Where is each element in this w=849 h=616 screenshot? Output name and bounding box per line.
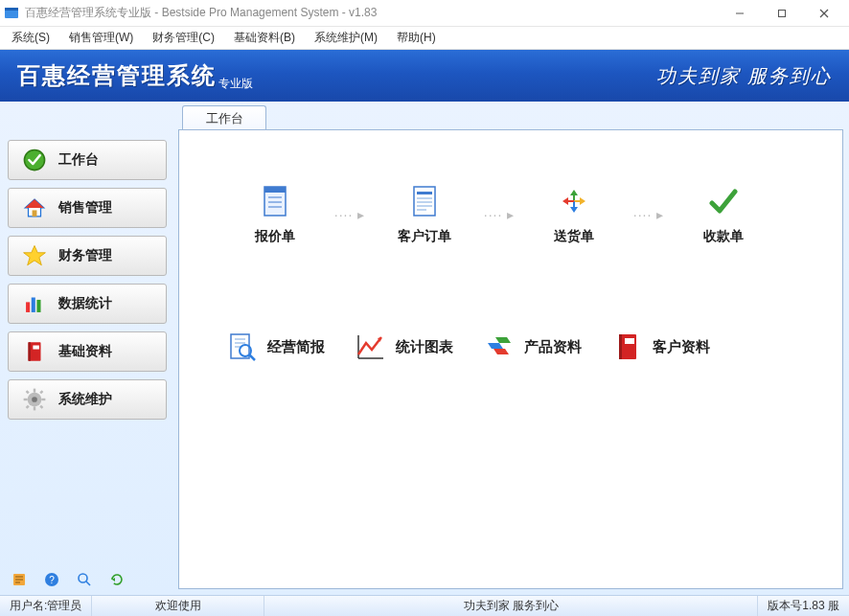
refresh-icon[interactable] [109,572,125,587]
window-titlebar: 百惠经营管理系统专业版 - Bestside Pro Management Sy… [0,0,849,27]
shortcut-label: 客户资料 [653,338,710,356]
flow-order[interactable]: 客户订单 [377,184,472,245]
svg-marker-9 [25,199,44,208]
menu-basedata[interactable]: 基础资料(B) [224,28,305,48]
status-version: 版本号1.83 服 [758,596,849,616]
flow-delivery[interactable]: 送货单 [526,184,622,245]
svg-rect-39 [414,187,435,216]
svg-rect-20 [34,389,35,393]
sidebar-item-basedata[interactable]: 基础资料 [8,331,167,372]
shortcut-products[interactable]: 产品资料 [484,331,582,362]
status-bar: 用户名:管理员 欢迎使用 功夫到家 服务到心 版本号1.83 服 [0,595,849,616]
svg-point-19 [32,397,37,402]
window-controls [719,0,845,27]
flow-quote[interactable]: 报价单 [227,184,323,245]
house-icon [22,195,47,220]
book-icon [22,339,47,364]
svg-line-50 [250,355,256,361]
shortcut-brief[interactable]: 经营简报 [227,331,325,362]
sidebar-item-finance[interactable]: 财务管理 [8,236,167,276]
sidebar-item-workbench[interactable]: 工作台 [8,140,167,180]
shortcut-label: 统计图表 [396,338,453,356]
status-welcome: 欢迎使用 [92,596,264,616]
maximize-button[interactable] [761,0,803,27]
sidebar-item-maint[interactable]: 系统维护 [8,379,167,420]
brand-subtitle: 专业版 [218,76,253,102]
svg-rect-14 [36,300,40,312]
flow-label: 报价单 [255,228,295,245]
quote-doc-icon [258,184,292,218]
menu-bar: 系统(S) 销售管理(W) 财务管理(C) 基础资料(B) 系统维护(M) 帮助… [0,27,849,50]
app-banner: 百惠经营管理系统 专业版 功夫到家 服务到心 [0,50,849,102]
shortcut-label: 产品资料 [524,338,582,356]
flow-receipt[interactable]: 收款单 [676,184,771,245]
svg-rect-24 [26,390,30,394]
svg-rect-1 [5,8,18,11]
flow-label: 收款单 [703,228,744,245]
window-title: 百惠经营管理系统专业版 - Bestside Pro Management Sy… [25,5,719,21]
shortcut-customers[interactable]: 客户资料 [612,331,710,362]
svg-rect-40 [417,192,432,194]
minimize-button[interactable] [719,0,761,27]
sidebar-item-label: 工作台 [58,151,99,169]
close-button[interactable] [803,0,845,27]
tab-workbench[interactable]: 工作台 [182,105,266,130]
product-stack-icon [484,331,515,362]
check-circle-icon [22,148,47,172]
flow-arrow-icon: ···· ▸ [476,205,522,224]
shortcut-row: 经营简报 统计图表 产品资料 客户资料 [198,331,823,362]
menu-finance[interactable]: 财务管理(C) [143,28,224,48]
sidebar: 工作台 销售管理 财务管理 数据统计 基础资料 系统维护 ? [0,102,174,595]
delivery-icon [557,184,591,218]
svg-rect-17 [33,346,39,350]
svg-rect-22 [24,399,28,400]
order-doc-icon [407,184,442,218]
svg-rect-16 [29,342,31,361]
status-user-prefix: 用户名: [10,598,47,614]
menu-maint[interactable]: 系统维护(M) [305,28,387,48]
svg-marker-53 [488,343,503,349]
bar-chart-icon [22,291,47,316]
receive-check-icon [706,184,741,218]
report-magnifier-icon [227,331,258,362]
svg-marker-52 [495,337,511,343]
svg-text:?: ? [49,575,55,585]
svg-rect-21 [34,406,35,410]
flow-arrow-icon: ···· ▸ [327,205,373,224]
tab-strip: 工作台 [174,102,849,130]
svg-marker-54 [493,349,509,354]
main-area: 工作台 报价单 ···· ▸ 客户订单 ···· ▸ [174,102,849,595]
menu-help[interactable]: 帮助(H) [387,28,446,48]
svg-point-31 [79,574,87,582]
sidebar-item-label: 财务管理 [58,247,112,264]
app-icon [4,6,19,21]
svg-rect-12 [26,302,30,312]
status-slogan: 功夫到家 服务到心 [264,596,758,616]
menu-sales[interactable]: 销售管理(W) [59,28,143,48]
shortcut-label: 经营简报 [267,338,325,356]
svg-rect-10 [33,210,37,217]
svg-rect-3 [779,10,786,16]
sidebar-item-label: 销售管理 [58,199,112,217]
sidebar-item-label: 数据统计 [58,295,112,312]
status-user-name: 管理员 [47,598,81,614]
help-icon[interactable]: ? [44,572,59,587]
svg-rect-57 [625,338,634,344]
svg-rect-27 [26,405,30,409]
workflow-row: 报价单 ···· ▸ 客户订单 ···· ▸ 送货单 ···· ▸ [198,184,823,245]
flow-label: 送货单 [554,228,594,245]
flow-label: 客户订单 [398,228,451,245]
sidebar-item-stats[interactable]: 数据统计 [8,284,167,324]
status-user: 用户名:管理员 [0,596,92,616]
search-icon[interactable] [77,572,92,587]
sidebar-item-label: 基础资料 [58,343,112,360]
menu-system[interactable]: 系统(S) [2,28,59,48]
sidebar-item-sales[interactable]: 销售管理 [8,188,167,228]
shortcut-charts[interactable]: 统计图表 [356,331,453,362]
gear-icon [22,387,47,412]
trend-line-icon [356,331,386,362]
svg-marker-11 [24,245,46,264]
note-icon[interactable] [11,572,27,587]
svg-rect-26 [39,390,43,394]
customer-book-icon [612,331,643,362]
